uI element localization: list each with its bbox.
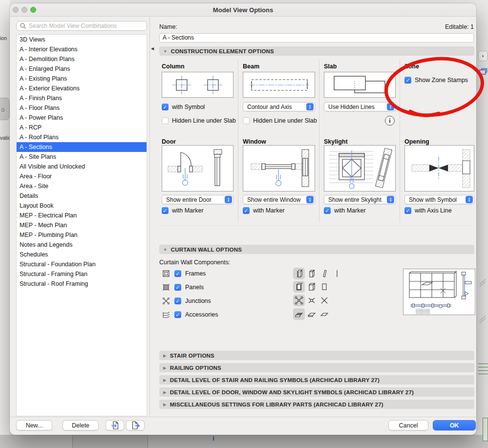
sidebar-item[interactable]: A - Interior Elevations [17,44,147,54]
opening-axis-row: with Axis Line [404,207,452,214]
collapsed-section-header[interactable]: DETAIL LEVEL OF DOOR, WINDOW AND SKYLIGH… [159,387,474,397]
sidebar-item[interactable]: Structural - Framing Plan [17,269,147,279]
sidebar-item[interactable]: Layout Book [17,201,147,211]
with-marker-checkbox[interactable] [162,207,169,214]
dropdown-value: Show with Symbol [409,196,457,203]
window-panel-label: Window [243,138,266,145]
panels-detailed-option[interactable] [293,281,305,293]
junctions-checkbox[interactable] [174,298,181,304]
panels-checkbox[interactable] [174,284,181,291]
sidebar-item[interactable]: Notes and Legends [17,240,147,250]
frames-schematic-option[interactable] [318,268,330,279]
hidden-line-checkbox[interactable] [243,117,250,124]
sidebar-item[interactable]: A - Demolition Plans [17,54,147,64]
export-button[interactable] [126,420,145,430]
sidebar-item[interactable]: A - Existing Plans [17,74,147,84]
section-title: DETAIL LEVEL OF STAIR AND RAILING SYMBOL… [170,377,380,383]
collapse-sidebar-icon[interactable] [151,46,154,51]
sidebar-item[interactable]: A - Roof Plans [17,132,147,142]
accessories-schematic-option[interactable] [318,308,330,320]
background-green-panel-fragment [483,418,488,441]
column-panel-label: Column [162,63,185,70]
with-marker-checkbox[interactable] [243,207,250,214]
door-display-dropdown[interactable]: Show entire Door [162,195,233,204]
beam-display-dropdown[interactable]: Contour and Axis [243,102,315,111]
hidden-line-checkbox[interactable] [162,117,169,124]
slab-display-dropdown[interactable]: Use Hidden Lines [324,102,396,111]
with-axis-line-checkbox[interactable] [404,207,411,214]
skylight-display-dropdown[interactable]: Show entire Skylight [324,195,396,204]
sidebar-item[interactable]: A - Power Plans [17,113,147,123]
frames-detailed-option[interactable] [293,268,305,279]
editable-count: Editable: 1 [445,23,474,30]
window-display-dropdown[interactable]: Show entire Window [243,195,315,204]
collapsed-section-header[interactable]: RAILING OPTIONS [159,363,474,372]
sidebar-item[interactable]: 3D Views [17,35,147,44]
panels-schematic-option[interactable] [318,281,330,293]
frames-linear-option[interactable] [331,268,343,279]
section-header-construction[interactable]: CONSTRUCTION ELEMENT OPTIONS [159,46,474,56]
sidebar-item[interactable]: MEP - Mech Plan [17,220,147,230]
sidebar-item[interactable]: Schedules [17,250,147,259]
new-button[interactable]: New... [16,420,52,430]
collapsed-section-header[interactable]: MISCELLANEOUS SETTINGS FOR LIBRARY PARTS… [159,400,474,409]
sidebar-item[interactable]: A - Site Plans [17,152,147,162]
frames-icon [162,269,170,278]
accessories-detailed-option[interactable] [293,308,305,320]
sidebar-item[interactable]: MEP - Electrical Plan [17,211,147,220]
checkbox-label: with Marker [334,207,366,214]
collapsed-section-header[interactable]: DETAIL LEVEL OF STAIR AND RAILING SYMBOL… [159,375,474,384]
import-button[interactable] [106,420,124,430]
info-button[interactable] [385,116,395,126]
column-divider [238,59,238,222]
sidebar-item[interactable]: Structural - Roof Framing [17,279,147,289]
stepper-icon [225,196,232,203]
dropdown-value: Show entire Door [166,196,212,203]
slab-preview [324,72,396,98]
background-green-table-fragment [478,363,488,374]
background-window-icon [479,68,488,75]
frames-checkbox[interactable] [174,270,181,277]
cancel-button[interactable]: Cancel [388,420,428,430]
sidebar-item[interactable]: A - Enlarged Plans [17,64,147,74]
accessories-simple-option[interactable] [306,308,318,320]
sidebar-item[interactable]: Area - Floor [17,171,147,181]
section-header-curtain-wall[interactable]: CURTAIN WALL OPTIONS [159,245,474,254]
sidebar-item[interactable]: A - Sections [17,142,147,152]
sidebar-item[interactable]: All Visible and Unlocked [17,162,147,171]
checkbox-label: with Marker [253,207,285,214]
frames-simple-option[interactable] [306,268,318,279]
sidebar-item[interactable]: A - Floor Plans [17,103,147,113]
search-input[interactable]: Search Model View Combinations [16,21,147,31]
junctions-schematic-option[interactable] [318,295,330,306]
sidebar-item[interactable]: Structural - Foundation Plan [17,259,147,269]
window-marker-row: with Marker [243,207,285,214]
ok-button[interactable]: OK [433,420,476,430]
sidebar-item[interactable]: Details [17,191,147,201]
opening-display-dropdown[interactable]: Show with Symbol [404,195,474,204]
junctions-detailed-option[interactable] [293,295,305,306]
sidebar-list[interactable]: 3D ViewsA - Interior ElevationsA - Demol… [16,34,147,416]
name-field[interactable]: A - Sections [159,33,474,43]
desktop-left-strip [0,0,10,435]
chevron-right-icon [163,365,167,370]
junctions-simple-option[interactable] [306,295,318,306]
sidebar-item[interactable]: A - Exterior Elevations [17,84,147,93]
background-expand-button [478,51,488,61]
beam-panel-label: Beam [243,63,259,70]
sidebar-item[interactable]: A - RCP [17,123,147,132]
sidebar-item[interactable]: Area - Site [17,181,147,191]
with-symbol-checkbox[interactable] [162,104,169,110]
sidebar-item[interactable]: MEP - Plumbing Plan [17,230,147,240]
dropdown-value: Show entire Window [247,196,300,203]
show-zone-stamps-checkbox[interactable] [404,77,411,84]
with-marker-checkbox[interactable] [324,207,331,214]
accessories-checkbox[interactable] [174,311,181,318]
delete-button[interactable]: Delete [63,420,99,430]
sidebar-item[interactable]: A - Finish Plans [17,93,147,103]
zone-show-stamps-row: Show Zone Stamps [404,77,468,84]
collapsed-section-header[interactable]: STAIR OPTIONS [159,351,474,360]
panels-simple-option[interactable] [306,281,318,293]
junctions-row: Junctions [162,297,211,305]
door-marker-row: with Marker [162,207,204,214]
